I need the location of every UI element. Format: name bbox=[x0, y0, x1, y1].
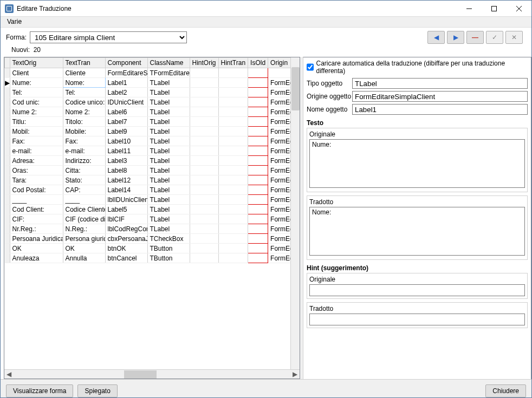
nav-cancel-button[interactable]: ✕ bbox=[505, 31, 523, 44]
table-row[interactable]: Fax:Fax:Label10TLabelFormEditareSimplaCl… bbox=[5, 136, 300, 146]
autoload-checkbox[interactable] bbox=[307, 63, 314, 71]
hint-orig-input[interactable] bbox=[309, 284, 525, 296]
spiegato-button[interactable]: Spiegato bbox=[77, 384, 117, 397]
table-row[interactable]: Tara:Stato:Label12TLabelFormEditareSimpl… bbox=[5, 175, 300, 185]
menu-varie[interactable]: Varie bbox=[4, 17, 25, 27]
svg-rect-1 bbox=[492, 6, 497, 11]
table-row[interactable]: Tel:Tel:Label2TLabelFormEditareSimplaCli… bbox=[5, 88, 300, 97]
grid-vscrollbar[interactable] bbox=[290, 57, 300, 369]
app-icon bbox=[5, 4, 14, 13]
table-row[interactable]: Cod Postal:CAP:Label14TLabelFormEditareS… bbox=[5, 185, 300, 195]
col-isold[interactable]: IsOld bbox=[248, 58, 268, 68]
table-row[interactable]: CIF:CIF (codice di identificazione fisca… bbox=[5, 214, 300, 224]
origine-input[interactable] bbox=[352, 91, 528, 102]
forma-label: Forma: bbox=[6, 34, 27, 41]
row-indicator bbox=[5, 68, 10, 78]
col-classname[interactable]: ClassName bbox=[147, 58, 190, 68]
bottom-bar: Visualizzare forma Spiegato Chiudere bbox=[1, 379, 531, 398]
table-row[interactable]: ________lblIDUnicClientTLabelFormEditare… bbox=[5, 195, 300, 205]
nome-input[interactable] bbox=[352, 104, 528, 115]
window-title: Editare Traduzione bbox=[17, 5, 457, 12]
table-row[interactable]: ▶Nume:Nome:Label1TLabelFormEditareSimpla… bbox=[5, 78, 300, 88]
origine-label: Origine oggetto bbox=[307, 93, 350, 100]
nav-post-button[interactable]: ✓ bbox=[486, 31, 503, 44]
testo-trad-label: Tradotto bbox=[309, 198, 525, 206]
visualizzare-button[interactable]: Visualizzare forma bbox=[6, 384, 73, 397]
nuovi-label: Nuovi: bbox=[11, 46, 30, 54]
nuovi-count: 20 bbox=[34, 46, 41, 54]
nome-label: Nome oggetto bbox=[307, 106, 350, 113]
row-indicator bbox=[5, 107, 10, 117]
nuovi-row: Nuovi: 20 bbox=[1, 46, 531, 57]
col-textorig[interactable]: TextOrig bbox=[10, 58, 63, 68]
table-row[interactable]: ClientClienteFormEditareSimplaClientTFor… bbox=[5, 68, 300, 78]
table-row[interactable]: Cod unic:Codice unico:IDUnicClientTLabel… bbox=[5, 97, 300, 107]
row-indicator bbox=[5, 234, 10, 244]
nav-next-button[interactable]: ▶ bbox=[447, 31, 464, 44]
table-row[interactable]: Mobil:Mobile:Label9TLabelFormEditareSimp… bbox=[5, 127, 300, 136]
hint-title: Hint (suggerimento) bbox=[307, 264, 528, 272]
row-indicator bbox=[5, 88, 10, 97]
row-indicator bbox=[5, 166, 10, 175]
row-indicator bbox=[5, 117, 10, 127]
row-indicator bbox=[5, 195, 10, 205]
table-row[interactable]: Nr.Reg.:N.Reg.:lblCodRegComTLabelFormEdi… bbox=[5, 224, 300, 234]
hint-trad-input[interactable] bbox=[309, 314, 525, 325]
table-row[interactable]: Adresa:Indirizzo:Label3TLabelFormEditare… bbox=[5, 156, 300, 166]
testo-title: Testo bbox=[307, 119, 528, 127]
menubar: Varie bbox=[1, 17, 531, 28]
col-hinttran[interactable]: HintTran bbox=[218, 58, 248, 68]
chiudere-button[interactable]: Chiudere bbox=[485, 384, 526, 397]
table-row[interactable]: AnuleazaAnnullabtnCancelTButtonFormEdita… bbox=[5, 253, 300, 263]
scroll-right-icon[interactable]: ▶ bbox=[290, 370, 300, 379]
detail-panel: Caricare automatica della traduzione (di… bbox=[303, 57, 531, 379]
testo-originale-group: Originale Nume: bbox=[307, 128, 528, 192]
row-indicator bbox=[5, 214, 10, 224]
table-row[interactable]: Cod Client:Codice Cliente:Label5TLabelFo… bbox=[5, 205, 300, 214]
row-indicator bbox=[5, 97, 10, 107]
hint-tradotto-group: Tradotto bbox=[307, 302, 528, 328]
testo-orig-textarea[interactable]: Nume: bbox=[309, 139, 525, 188]
form-selector-row: Forma: 105 Editare simpla Client ◀ ▶ — ✓… bbox=[1, 28, 531, 46]
row-indicator bbox=[5, 224, 10, 234]
row-indicator bbox=[5, 205, 10, 214]
scroll-left-icon[interactable]: ◀ bbox=[4, 370, 14, 379]
translation-grid[interactable]: TextOrig TextTran Component ClassName Hi… bbox=[4, 57, 300, 379]
hint-originale-group: Originale bbox=[307, 273, 528, 299]
table-row[interactable]: e-mail:e-mail:Label11TLabelFormEditareSi… bbox=[5, 146, 300, 156]
row-indicator bbox=[5, 146, 10, 156]
row-indicator bbox=[5, 185, 10, 195]
tipo-input[interactable] bbox=[352, 78, 528, 89]
col-component[interactable]: Component bbox=[105, 58, 147, 68]
row-indicator bbox=[5, 253, 10, 263]
testo-trad-textarea[interactable]: Nome: bbox=[309, 207, 525, 256]
row-indicator bbox=[5, 156, 10, 166]
close-button[interactable] bbox=[507, 1, 531, 17]
table-row[interactable]: Oras:Citta:Label8TLabelFormEditareSimpla… bbox=[5, 166, 300, 175]
nav-prev-button[interactable]: ◀ bbox=[427, 31, 445, 44]
hint-trad-label: Tradotto bbox=[309, 305, 525, 312]
tipo-label: Tipo oggetto bbox=[307, 80, 350, 87]
minimize-button[interactable] bbox=[457, 1, 482, 17]
hint-orig-label: Originale bbox=[309, 276, 525, 283]
autoload-label: Caricare automatica della traduzione (di… bbox=[316, 60, 528, 75]
nav-delete-button[interactable]: — bbox=[466, 31, 484, 44]
table-row[interactable]: Titlu:Titolo:Label7TLabelFormEditareSimp… bbox=[5, 117, 300, 127]
col-hintorig[interactable]: HintOrig bbox=[190, 58, 218, 68]
row-indicator bbox=[5, 175, 10, 185]
record-nav: ◀ ▶ — ✓ ✕ bbox=[427, 31, 526, 44]
testo-orig-label: Originale bbox=[309, 131, 525, 138]
grid-hscrollbar[interactable]: ◀ ▶ bbox=[4, 369, 300, 379]
table-row[interactable]: Nume 2:Nome 2:Label6TLabelFormEditareSim… bbox=[5, 107, 300, 117]
titlebar: Editare Traduzione bbox=[1, 1, 531, 17]
row-indicator: ▶ bbox=[5, 78, 10, 88]
table-row[interactable]: Persoana JuridicaPersona giuridicacbxPer… bbox=[5, 234, 300, 244]
forma-select[interactable]: 105 Editare simpla Client bbox=[30, 31, 187, 43]
col-texttran[interactable]: TextTran bbox=[63, 58, 105, 68]
row-indicator bbox=[5, 244, 10, 253]
testo-tradotto-group: Tradotto Nome: bbox=[307, 195, 528, 260]
maximize-button[interactable] bbox=[482, 1, 507, 17]
table-row[interactable]: OKOKbtnOKTButtonFormEditareSimplaClient.… bbox=[5, 244, 300, 253]
row-indicator bbox=[5, 136, 10, 146]
row-indicator bbox=[5, 127, 10, 136]
